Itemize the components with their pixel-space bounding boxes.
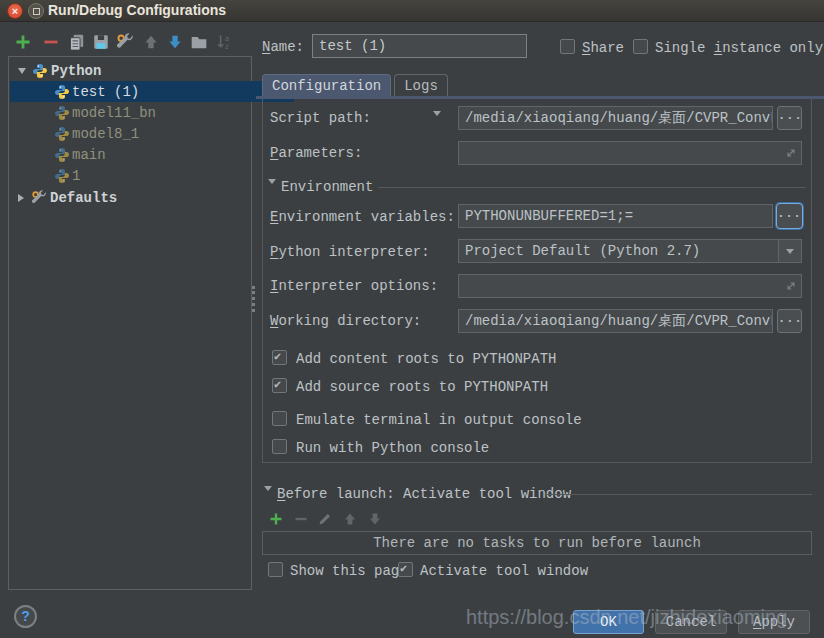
before-launch-move-down-button[interactable] xyxy=(367,511,383,527)
copy-configuration-button[interactable] xyxy=(68,33,86,51)
edit-defaults-button[interactable] xyxy=(116,33,134,51)
add-content-roots-label: Add content roots to PYTHONPATH xyxy=(296,351,556,367)
python-icon xyxy=(54,84,70,100)
tree-node-model8-1[interactable]: model8_1 xyxy=(10,123,294,144)
cancel-button[interactable]: Cancel xyxy=(655,610,727,634)
add-configuration-button[interactable] xyxy=(14,33,32,51)
titlebar: × Run/Debug Configurations xyxy=(0,0,824,22)
add-source-roots-label: Add source roots to PYTHONPATH xyxy=(296,379,548,395)
python-icon xyxy=(54,168,70,184)
chevron-right-icon[interactable] xyxy=(18,194,24,202)
environment-variables-label: Environment variables: xyxy=(270,209,455,225)
add-icon xyxy=(14,33,32,51)
help-button[interactable]: ? xyxy=(14,605,37,628)
before-launch-remove-button[interactable] xyxy=(293,511,309,527)
window-restore-button[interactable] xyxy=(28,3,44,19)
emulate-terminal-checkbox[interactable] xyxy=(272,411,287,426)
before-launch-header: Before launch: Activate tool window xyxy=(277,486,571,502)
share-checkbox[interactable] xyxy=(560,39,575,54)
python-icon xyxy=(54,147,70,163)
emulate-terminal-label: Emulate terminal in output console xyxy=(296,412,582,428)
run-python-console-label: Run with Python console xyxy=(296,440,489,456)
remove-icon xyxy=(42,33,60,51)
tree-node-model11-bn[interactable]: model11_bn xyxy=(10,102,294,123)
expand-field-icon[interactable] xyxy=(785,280,797,292)
apply-button[interactable]: Apply xyxy=(738,610,810,634)
script-path-dropdown-icon[interactable] xyxy=(433,116,441,132)
sort-configurations-button[interactable]: a z xyxy=(215,33,233,51)
configurations-tree: Python test (1) model11_bn model8_1 main… xyxy=(8,56,252,590)
tree-node-test-1[interactable]: test (1) xyxy=(10,81,294,102)
add-source-roots-checkbox[interactable] xyxy=(272,378,287,393)
window-close-button[interactable]: × xyxy=(7,3,23,19)
run-python-console-checkbox[interactable] xyxy=(272,439,287,454)
tree-node-main[interactable]: main xyxy=(10,144,294,165)
parameters-label: Parameters: xyxy=(270,145,362,161)
single-instance-checkbox[interactable] xyxy=(633,39,648,54)
move-down-icon xyxy=(367,511,383,527)
expand-field-icon[interactable] xyxy=(785,147,797,159)
name-input[interactable]: test (1) xyxy=(312,34,527,58)
working-directory-input[interactable]: /media/xiaoqiang/huang/桌面/CVPR_ConvL xyxy=(458,309,773,333)
python-interpreter-select[interactable]: Project Default (Python 2.7) xyxy=(458,239,802,263)
name-label: Name: xyxy=(262,39,304,55)
save-configuration-button[interactable] xyxy=(92,33,110,51)
tree-node-defaults[interactable]: Defaults xyxy=(10,187,258,208)
move-up-button[interactable] xyxy=(142,33,160,51)
edit-icon xyxy=(317,511,333,527)
tree-node-label: 1 xyxy=(72,168,80,184)
move-down-icon xyxy=(166,33,184,51)
run-debug-configurations-dialog: × Run/Debug Configurations xyxy=(0,0,824,638)
working-directory-browse-button[interactable]: ... xyxy=(777,309,802,333)
activate-tool-window-label: Activate tool window xyxy=(420,563,588,579)
remove-configuration-button[interactable] xyxy=(42,33,60,51)
panel-splitter-handle[interactable] xyxy=(252,286,255,312)
environment-section-header: Environment xyxy=(281,179,373,195)
show-this-page-checkbox[interactable] xyxy=(268,562,283,577)
environment-divider xyxy=(378,187,806,188)
before-launch-edit-button[interactable] xyxy=(317,511,333,527)
show-this-page-label: Show this page xyxy=(290,563,408,579)
chevron-down-icon xyxy=(786,249,794,254)
tab-logs[interactable]: Logs xyxy=(394,74,448,97)
remove-icon xyxy=(293,511,309,527)
create-folder-button[interactable] xyxy=(190,33,208,51)
interpreter-options-input[interactable] xyxy=(458,274,802,298)
tree-node-label: model8_1 xyxy=(72,126,139,142)
chevron-down-icon[interactable] xyxy=(18,68,26,74)
environment-collapse-icon[interactable] xyxy=(268,184,276,200)
script-path-input[interactable]: /media/xiaoqiang/huang/桌面/CVPR_ConvL xyxy=(458,106,773,130)
parameters-input[interactable] xyxy=(458,141,802,165)
environment-variables-input[interactable]: PYTHONUNBUFFERED=1;= xyxy=(458,204,773,228)
interpreter-options-label: Interpreter options: xyxy=(270,278,438,294)
tab-configuration[interactable]: Configuration xyxy=(262,74,391,97)
add-content-roots-checkbox[interactable] xyxy=(272,350,287,365)
move-down-button[interactable] xyxy=(166,33,184,51)
move-up-icon xyxy=(142,33,160,51)
tree-node-label: Defaults xyxy=(50,190,117,206)
tree-node-label: test (1) xyxy=(72,84,139,100)
combo-dropdown-button[interactable] xyxy=(778,240,801,262)
tree-node-1[interactable]: 1 xyxy=(10,165,294,186)
python-interpreter-value: Project Default (Python 2.7) xyxy=(465,243,700,259)
environment-variables-browse-button[interactable]: ... xyxy=(776,203,803,229)
before-launch-move-up-button[interactable] xyxy=(342,511,358,527)
copy-icon xyxy=(68,33,86,51)
tree-node-label: Python xyxy=(51,63,101,79)
tree-node-python[interactable]: Python xyxy=(10,60,258,81)
sort-alphabetically-icon: a z xyxy=(215,33,233,51)
script-path-browse-button[interactable]: ... xyxy=(777,106,802,130)
python-icon xyxy=(54,126,70,142)
move-up-icon xyxy=(342,511,358,527)
svg-text:z: z xyxy=(225,42,230,51)
window-title: Run/Debug Configurations xyxy=(48,2,226,18)
before-launch-collapse-icon[interactable] xyxy=(264,491,272,507)
activate-tool-window-checkbox[interactable] xyxy=(398,562,413,577)
python-icon xyxy=(54,105,70,121)
single-instance-label: Single instance only xyxy=(655,40,823,56)
script-path-label: Script path: xyxy=(270,110,371,126)
working-directory-label: Working directory: xyxy=(270,313,421,329)
before-launch-add-button[interactable] xyxy=(268,511,284,527)
ok-button[interactable]: OK xyxy=(573,610,644,634)
edit-defaults-icon xyxy=(116,33,134,51)
